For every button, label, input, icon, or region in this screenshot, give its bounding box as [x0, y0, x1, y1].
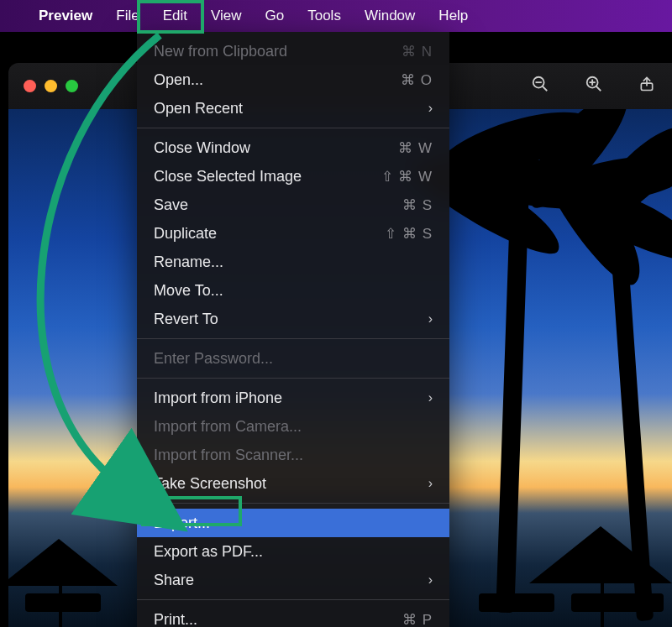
- svg-line-4: [596, 86, 601, 91]
- menu-item-import-from-iphone[interactable]: Import from iPhone›: [137, 384, 449, 412]
- menu-item-label: Close Selected Image: [154, 168, 381, 185]
- menu-item-label: Open...: [154, 71, 401, 89]
- menu-item-label: Close Window: [154, 139, 398, 157]
- menu-item-shortcut: ⇧ ⌘ S: [385, 225, 433, 243]
- svg-line-1: [543, 86, 548, 91]
- menu-item-close-window[interactable]: Close Window⌘ W: [137, 133, 449, 162]
- menu-item-close-selected-image[interactable]: Close Selected Image⇧ ⌘ W: [137, 162, 449, 191]
- menu-edit[interactable]: Edit: [151, 3, 199, 29]
- menu-item-shortcut: ⌘ P: [402, 611, 433, 628]
- traffic-lights: [24, 80, 78, 92]
- file-menu-dropdown: New from Clipboard⌘ NOpen...⌘ OOpen Rece…: [137, 32, 449, 627]
- close-window-button[interactable]: [24, 80, 36, 92]
- menu-item-export-as-pdf[interactable]: Export as PDF...: [137, 537, 449, 566]
- menu-item-shortcut: ⌘ W: [398, 139, 433, 157]
- menu-separator: [137, 599, 449, 600]
- menu-item-label: Take Screenshot: [154, 475, 428, 493]
- menu-separator: [137, 338, 449, 339]
- system-menubar: Preview File Edit View Go Tools Window H…: [0, 0, 672, 32]
- menu-item-label: Duplicate: [154, 225, 385, 243]
- menu-item-label: Import from Scanner...: [154, 447, 433, 464]
- menu-item-label: Export as PDF...: [154, 543, 433, 561]
- menu-item-shortcut: ⌘ N: [402, 43, 433, 60]
- app-menu[interactable]: Preview: [27, 3, 104, 29]
- menu-help[interactable]: Help: [427, 3, 480, 29]
- menu-separator: [137, 378, 449, 379]
- menu-item-open[interactable]: Open...⌘ O: [137, 65, 449, 94]
- menu-item-save[interactable]: Save⌘ S: [137, 191, 449, 219]
- menu-separator: [137, 503, 449, 504]
- menu-item-enter-password: Enter Password...: [137, 344, 449, 373]
- chevron-right-icon: ›: [428, 572, 433, 588]
- menu-item-label: Enter Password...: [154, 350, 433, 368]
- zoom-out-icon[interactable]: [531, 75, 549, 97]
- menu-item-label: Import from Camera...: [154, 418, 433, 436]
- menu-item-label: Print...: [154, 611, 402, 628]
- menu-item-label: Export...: [154, 515, 433, 532]
- menu-item-label: Move To...: [154, 282, 433, 300]
- chevron-right-icon: ›: [428, 311, 433, 327]
- menu-item-label: Share: [154, 572, 428, 589]
- menu-item-take-screenshot[interactable]: Take Screenshot›: [137, 469, 449, 498]
- menu-item-revert-to[interactable]: Revert To›: [137, 305, 449, 333]
- menu-item-label: Open Recent: [154, 100, 428, 118]
- menu-item-open-recent[interactable]: Open Recent›: [137, 94, 449, 123]
- menu-item-duplicate[interactable]: Duplicate⇧ ⌘ S: [137, 219, 449, 248]
- menu-view[interactable]: View: [199, 3, 254, 29]
- menu-item-import-from-scanner: Import from Scanner...: [137, 441, 449, 469]
- chevron-right-icon: ›: [428, 476, 433, 491]
- menu-separator: [137, 128, 449, 128]
- menu-go[interactable]: Go: [254, 3, 297, 29]
- menu-item-shortcut: ⌘ O: [401, 71, 433, 89]
- menu-item-label: Save: [154, 196, 402, 214]
- chevron-right-icon: ›: [428, 101, 433, 116]
- menu-item-shortcut: ⌘ S: [402, 196, 433, 214]
- share-icon[interactable]: [638, 75, 655, 97]
- menu-item-new-from-clipboard: New from Clipboard⌘ N: [137, 37, 449, 65]
- menu-item-label: Rename...: [154, 253, 433, 271]
- menu-item-import-from-camera: Import from Camera...: [137, 412, 449, 441]
- menu-tools[interactable]: Tools: [296, 3, 353, 29]
- menu-item-share[interactable]: Share›: [137, 566, 449, 594]
- menu-item-shortcut: ⇧ ⌘ W: [381, 168, 433, 185]
- chevron-right-icon: ›: [428, 390, 433, 405]
- menu-item-label: New from Clipboard: [154, 43, 402, 60]
- zoom-in-icon[interactable]: [585, 75, 603, 97]
- menu-item-move-to[interactable]: Move To...: [137, 276, 449, 305]
- menu-window[interactable]: Window: [353, 3, 427, 29]
- menu-item-rename[interactable]: Rename...: [137, 248, 449, 276]
- menu-item-export[interactable]: Export...: [137, 509, 449, 537]
- zoom-window-button[interactable]: [66, 80, 78, 92]
- minimize-window-button[interactable]: [45, 80, 57, 92]
- menu-item-print[interactable]: Print...⌘ P: [137, 605, 449, 627]
- menu-file[interactable]: File: [104, 3, 150, 29]
- menu-item-label: Revert To: [154, 311, 428, 328]
- menu-item-label: Import from iPhone: [154, 389, 428, 407]
